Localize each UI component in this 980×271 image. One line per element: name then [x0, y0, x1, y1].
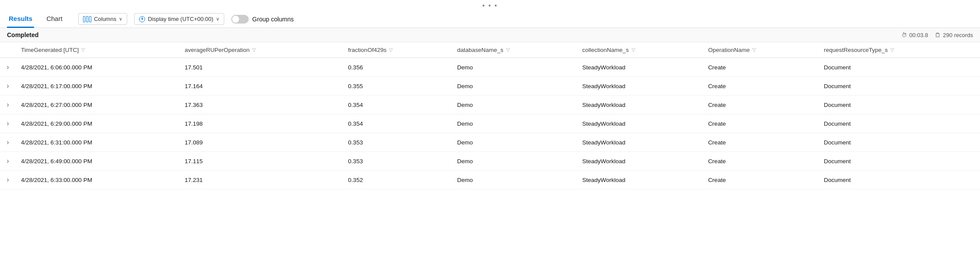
- columns-button[interactable]: Columns ∨: [78, 13, 127, 25]
- cell-averageRUPerOperation: 17.115: [179, 152, 343, 171]
- expand-row-button[interactable]: [3, 82, 12, 90]
- cell-OperationName: Create: [703, 152, 819, 171]
- records-icon: 🗒: [935, 32, 941, 38]
- expand-cell: [0, 152, 16, 171]
- cell-TimeGenerated: 4/28/2021, 6:49:00.000 PM: [16, 152, 179, 171]
- expand-row-button[interactable]: [3, 119, 12, 128]
- cell-fractionOf429s: 0.352: [343, 171, 452, 189]
- cell-collectionName_s: SteadyWorkload: [577, 114, 703, 133]
- filter-icon-averageRUPerOperation[interactable]: ▽: [252, 47, 256, 53]
- cell-databaseName_s: Demo: [452, 133, 577, 152]
- cell-TimeGenerated: 4/28/2021, 6:31:00.000 PM: [16, 133, 179, 152]
- cell-requestResourceType_s: Document: [819, 77, 980, 96]
- results-table: TimeGenerated [UTC] ▽ averageRUPerOperat…: [0, 42, 980, 189]
- cell-requestResourceType_s: Document: [819, 58, 980, 77]
- filter-icon-collectionName_s[interactable]: ▽: [632, 47, 635, 53]
- cell-collectionName_s: SteadyWorkload: [577, 152, 703, 171]
- table-row: 4/28/2021, 6:31:00.000 PM17.0890.353Demo…: [0, 133, 980, 152]
- cell-averageRUPerOperation: 17.501: [179, 58, 343, 77]
- cell-requestResourceType_s: Document: [819, 114, 980, 133]
- cell-collectionName_s: SteadyWorkload: [577, 58, 703, 77]
- display-time-button[interactable]: Display time (UTC+00:00) ∨: [134, 13, 224, 25]
- cell-collectionName_s: SteadyWorkload: [577, 133, 703, 152]
- records-count: 290 records: [943, 32, 973, 38]
- tab-bar: Results Chart Columns ∨ Display time (UT…: [0, 10, 980, 28]
- cell-OperationName: Create: [703, 171, 819, 189]
- chevron-right-icon: [7, 101, 9, 109]
- table-row: 4/28/2021, 6:27:00.000 PM17.3630.354Demo…: [0, 96, 980, 114]
- group-columns-toggle-wrap: Group columns: [231, 15, 294, 24]
- chevron-right-icon: [7, 138, 9, 146]
- cell-databaseName_s: Demo: [452, 58, 577, 77]
- cell-fractionOf429s: 0.353: [343, 152, 452, 171]
- chevron-right-icon: [7, 63, 9, 71]
- cell-averageRUPerOperation: 17.198: [179, 114, 343, 133]
- cell-averageRUPerOperation: 17.089: [179, 133, 343, 152]
- cell-OperationName: Create: [703, 58, 819, 77]
- cell-databaseName_s: Demo: [452, 77, 577, 96]
- cell-databaseName_s: Demo: [452, 171, 577, 189]
- expand-row-button[interactable]: [3, 157, 12, 165]
- chevron-right-icon: [7, 176, 9, 184]
- table-row: 4/28/2021, 6:17:00.000 PM17.1640.355Demo…: [0, 77, 980, 96]
- elapsed-time: 00:03.8: [909, 32, 928, 38]
- cell-OperationName: Create: [703, 96, 819, 114]
- col-header-requestResourceType_s: requestResourceType_s ▽: [819, 42, 980, 58]
- tab-chart[interactable]: Chart: [45, 10, 64, 28]
- status-meta: ⏱ 00:03.8 🗒 290 records: [901, 32, 973, 38]
- col-header-OperationName: OperationName ▽: [703, 42, 819, 58]
- table-row: 4/28/2021, 6:33:00.000 PM17.2310.352Demo…: [0, 171, 980, 189]
- cell-TimeGenerated: 4/28/2021, 6:33:00.000 PM: [16, 171, 179, 189]
- expand-cell: [0, 96, 16, 114]
- col-header-collectionName_s: collectionName_s ▽: [577, 42, 703, 58]
- cell-fractionOf429s: 0.356: [343, 58, 452, 77]
- group-columns-toggle[interactable]: [231, 15, 249, 24]
- columns-label: Columns: [94, 16, 116, 22]
- status-bar: Completed ⏱ 00:03.8 🗒 290 records: [0, 28, 980, 42]
- cell-requestResourceType_s: Document: [819, 133, 980, 152]
- cell-TimeGenerated: 4/28/2021, 6:29:00.000 PM: [16, 114, 179, 133]
- table-header: TimeGenerated [UTC] ▽ averageRUPerOperat…: [0, 42, 980, 58]
- toggle-knob: [232, 16, 239, 23]
- expand-row-button[interactable]: [3, 175, 12, 184]
- elapsed-time-item: ⏱ 00:03.8: [901, 32, 928, 38]
- chevron-right-icon: [7, 82, 9, 90]
- cell-averageRUPerOperation: 17.164: [179, 77, 343, 96]
- timer-icon: ⏱: [901, 32, 907, 38]
- cell-TimeGenerated: 4/28/2021, 6:17:00.000 PM: [16, 77, 179, 96]
- tab-results[interactable]: Results: [7, 10, 34, 28]
- columns-icon: [83, 16, 91, 22]
- expand-cell: [0, 77, 16, 96]
- col-header-averageRUPerOperation: averageRUPerOperation ▽: [179, 42, 343, 58]
- expand-cell: [0, 58, 16, 77]
- results-table-wrap: TimeGenerated [UTC] ▽ averageRUPerOperat…: [0, 42, 980, 189]
- cell-TimeGenerated: 4/28/2021, 6:06:00.000 PM: [16, 58, 179, 77]
- top-dots: • • •: [0, 0, 980, 10]
- cell-collectionName_s: SteadyWorkload: [577, 77, 703, 96]
- filter-icon-OperationName[interactable]: ▽: [752, 47, 756, 53]
- table-row: 4/28/2021, 6:06:00.000 PM17.5010.356Demo…: [0, 58, 980, 77]
- cell-OperationName: Create: [703, 133, 819, 152]
- status-label: Completed: [7, 31, 38, 38]
- filter-icon-fractionOf429s[interactable]: ▽: [389, 47, 393, 53]
- filter-icon-databaseName_s[interactable]: ▽: [506, 47, 510, 53]
- filter-icon-TimeGenerated[interactable]: ▽: [81, 47, 85, 53]
- filter-icon-requestResourceType_s[interactable]: ▽: [890, 47, 894, 53]
- clock-icon: [139, 16, 145, 22]
- cell-fractionOf429s: 0.355: [343, 77, 452, 96]
- expand-row-button[interactable]: [3, 138, 12, 147]
- expand-row-button[interactable]: [3, 100, 12, 109]
- cell-fractionOf429s: 0.353: [343, 133, 452, 152]
- table-row: 4/28/2021, 6:29:00.000 PM17.1980.354Demo…: [0, 114, 980, 133]
- chevron-right-icon: [7, 120, 9, 127]
- cell-TimeGenerated: 4/28/2021, 6:27:00.000 PM: [16, 96, 179, 114]
- expand-cell: [0, 114, 16, 133]
- cell-collectionName_s: SteadyWorkload: [577, 96, 703, 114]
- cell-collectionName_s: SteadyWorkload: [577, 171, 703, 189]
- tab-controls: Columns ∨ Display time (UTC+00:00) ∨ Gro…: [78, 13, 294, 25]
- cell-OperationName: Create: [703, 77, 819, 96]
- expand-row-button[interactable]: [3, 63, 12, 72]
- display-time-chevron-icon: ∨: [216, 16, 219, 22]
- cell-databaseName_s: Demo: [452, 152, 577, 171]
- col-header-fractionOf429s: fractionOf429s ▽: [343, 42, 452, 58]
